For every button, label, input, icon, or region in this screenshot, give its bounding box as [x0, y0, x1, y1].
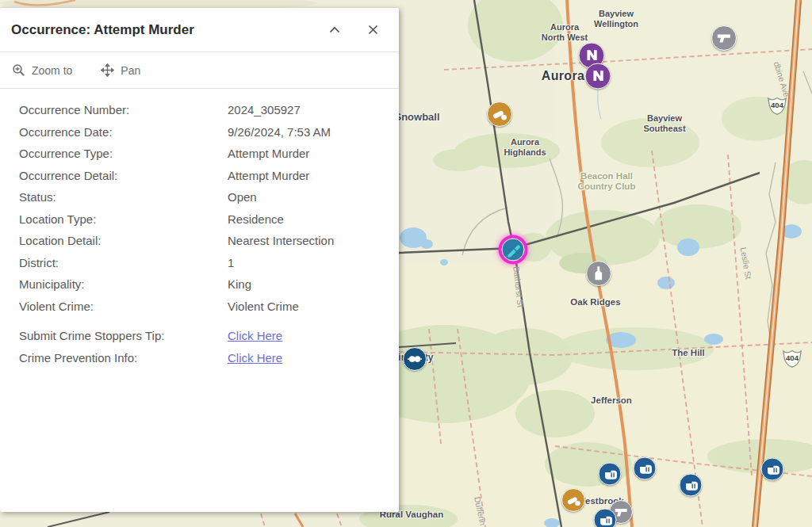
click-here-link[interactable]: Click Here [228, 351, 282, 365]
break-enter-marker[interactable] [403, 347, 427, 371]
field-value: Open [228, 190, 257, 204]
zoom-to-label: Zoom to [32, 64, 72, 77]
popup-action-bar: Zoom to Pan [0, 52, 399, 89]
click-here-link[interactable]: Click Here [228, 329, 282, 342]
field-row: Occurrence Type: Attempt Murder [19, 143, 399, 165]
field-value: Violent Crime [228, 300, 299, 313]
robbery-marker[interactable] [585, 63, 611, 90]
bottle-icon [590, 265, 607, 282]
occurrence-links: Submit Crime Stoppers Tip: Click Here Cr… [19, 325, 399, 369]
field-label: District: [19, 256, 228, 269]
close-icon [368, 25, 378, 35]
pills-icon [491, 105, 508, 123]
pan-button[interactable]: Pan [101, 63, 140, 77]
n-fist-icon [589, 67, 607, 85]
field-row: Status: Open [19, 186, 399, 208]
field-label: Location Detail: [19, 234, 228, 247]
link-field-row: Crime Prevention Info: Click Here [19, 347, 399, 369]
field-row: Municipality: King [19, 273, 399, 296]
field-row: Occurrence Detail: Attempt Murder [19, 165, 399, 187]
weapons-marker[interactable] [711, 25, 737, 51]
field-value: 2024_305927 [228, 103, 301, 116]
popup-title: Occurrence: Attempt Murder [11, 22, 323, 38]
occurrence-popup: Occurrence: Attempt Murder [0, 8, 399, 512]
collapse-button[interactable] [323, 18, 347, 42]
fist-icon [637, 460, 652, 475]
field-label: Status: [19, 190, 228, 204]
field-label: Occurrence Type: [19, 147, 228, 160]
field-value: Attempt Murder [228, 169, 309, 182]
occurrence-fields: Occurrence Number: 2024_305927 Occurrenc… [19, 99, 399, 317]
popup-header: Occurrence: Attempt Murder [0, 8, 399, 52]
n-fist-icon [583, 47, 600, 64]
field-value: King [228, 277, 251, 291]
field-row: Location Type: Residence [19, 208, 399, 231]
drugs-marker[interactable] [561, 488, 585, 512]
field-row: Location Detail: Nearest Intersection [19, 230, 399, 252]
liquor-marker[interactable] [586, 261, 611, 286]
field-label: Occurrence Detail: [19, 169, 228, 182]
field-value: Nearest Intersection [228, 234, 334, 247]
fist-icon [597, 512, 612, 527]
link-field-row: Submit Crime Stoppers Tip: Click Here [19, 325, 399, 347]
assault-marker[interactable] [634, 457, 657, 480]
field-value: 1 [228, 256, 234, 269]
field-row: Occurrence Date: 9/26/2024, 7:53 AM [19, 121, 399, 143]
field-value: Attempt Murder [228, 147, 309, 160]
assault-marker[interactable] [599, 463, 622, 486]
fist-icon [764, 461, 779, 476]
fist-icon [683, 477, 698, 492]
close-button[interactable] [361, 18, 385, 42]
crime-map-app: Bayview WellingtonAurora North WestAuror… [0, 0, 812, 527]
field-label: Occurrence Date: [19, 125, 228, 139]
zoom-in-icon [12, 63, 25, 77]
field-value: 9/26/2024, 7:53 AM [228, 125, 331, 139]
pan-label: Pan [121, 64, 140, 77]
assault-marker[interactable] [594, 509, 617, 527]
pills-icon [565, 492, 581, 508]
field-row: Violent Crime: Violent Crime [19, 296, 399, 318]
field-label: Location Type: [19, 212, 228, 226]
field-label: Occurrence Number: [19, 103, 228, 116]
field-label: Violent Crime: [19, 300, 228, 313]
pan-icon [101, 63, 114, 77]
chevron-up-icon [329, 26, 340, 33]
field-label: Crime Prevention Info: [19, 351, 228, 365]
fist-icon [602, 466, 617, 481]
knife-icon [505, 242, 520, 257]
field-row: District: 1 [19, 252, 399, 274]
field-value: Residence [228, 212, 284, 226]
drugs-marker[interactable] [487, 101, 512, 127]
popup-body: Occurrence Number: 2024_305927 Occurrenc… [0, 89, 399, 369]
assault-marker[interactable] [761, 458, 784, 481]
field-label: Submit Crime Stoppers Tip: [19, 329, 228, 342]
assault-marker[interactable] [680, 474, 703, 497]
field-row: Occurrence Number: 2024_305927 [19, 99, 399, 121]
goggles-icon [407, 351, 423, 367]
field-label: Municipality: [19, 277, 228, 291]
handgun-icon [715, 29, 733, 47]
zoom-to-button[interactable]: Zoom to [12, 63, 72, 77]
selected-occurrence-marker[interactable] [502, 239, 525, 262]
